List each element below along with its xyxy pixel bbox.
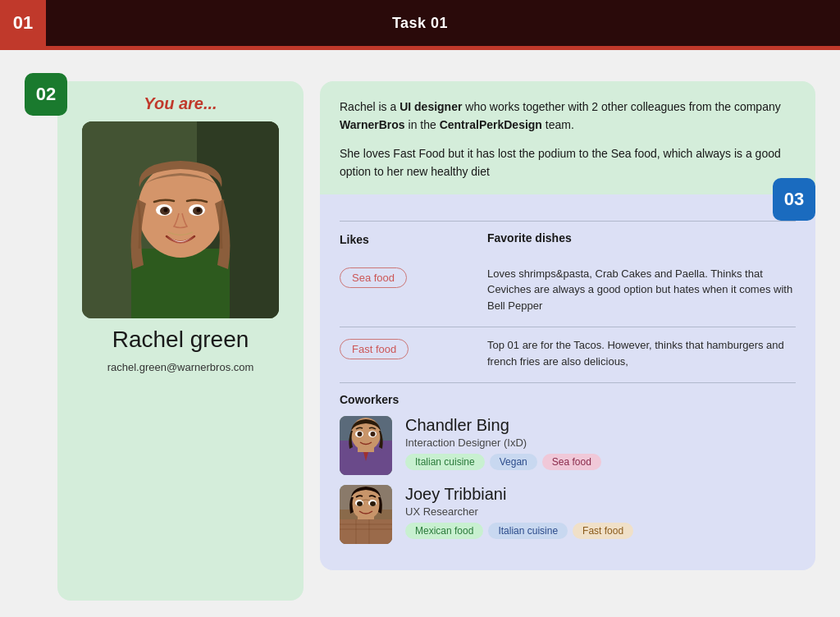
svg-rect-28 [340,519,392,544]
top-bar-title: Task 01 [392,15,448,32]
food-row-seafood: Sea food Loves shrimps&pasta, Crab Cakes… [340,266,796,314]
joey-tag-mexican: Mexican food [405,523,483,539]
joey-avatar [340,485,392,544]
svg-point-26 [357,501,363,506]
main-content: 02 You are... [0,50,840,617]
joey-avatar-svg [340,485,392,544]
chandler-avatar [340,416,392,475]
joey-tag-fastfood: Fast food [573,523,633,539]
joey-tag-italian: Italian cuisine [488,523,568,539]
left-card: You are... [57,81,304,601]
chandler-role: Interaction Designer (IxD) [405,436,796,449]
description-line2: She loves Fast Food but it has lost the … [340,144,796,181]
fastfood-description: Top 01 are for the Tacos. However, think… [487,337,796,369]
joey-tags: Mexican food Italian cuisine Fast food [405,523,796,539]
right-panel: Rachel is a UI designer who works togeth… [320,81,815,601]
joey-info: Joey Tribbiani UX Researcher Mexican foo… [405,485,796,539]
fastfood-tag: Fast food [340,339,409,359]
top-divider [340,221,796,222]
chandler-info: Chandler Bing Interaction Designer (IxD)… [405,416,796,470]
task-number-badge: 01 [0,0,46,46]
chandler-name: Chandler Bing [405,416,796,435]
favorites-header: Favorite dishes [487,231,572,246]
coworkers-label: Coworkers [340,393,796,406]
badge-03: 03 [773,178,815,221]
likes-header: Likes [340,231,487,246]
badge-02: 02 [25,73,67,116]
person-name: Rachel green [112,327,249,353]
seafood-tag: Sea food [340,267,407,288]
svg-point-18 [358,432,363,436]
joey-role: UX Researcher [405,505,796,518]
chandler-tag-seafood: Sea food [542,454,601,470]
description-box: Rachel is a UI designer who works togeth… [320,81,815,194]
fastfood-tag-cell: Fast food [340,337,487,366]
description-line1: Rachel is a UI designer who works togeth… [340,98,796,135]
svg-point-19 [371,432,376,436]
person-email: rachel.green@warnerbros.com [107,361,254,373]
mid-divider [340,327,796,327]
svg-point-27 [370,501,376,506]
bottom-divider [340,382,796,383]
coworkers-section: Coworkers [340,393,796,544]
coworker-card-joey: Joey Tribbiani UX Researcher Mexican foo… [340,485,796,544]
you-are-label: You are... [144,94,217,113]
chandler-tag-italian: Italian cuisine [405,454,485,470]
svg-rect-3 [131,249,230,318]
coworker-card-chandler: Chandler Bing Interaction Designer (IxD)… [340,416,796,475]
rachel-avatar [82,121,279,318]
chandler-tag-vegan: Vegan [490,454,537,470]
chandler-tags: Italian cuisine Vegan Sea food [405,454,796,470]
seafood-description: Loves shrimps&pasta, Crab Cakes and Pael… [487,266,796,314]
svg-point-10 [164,208,168,213]
top-bar: 01 Task 01 [0,0,840,46]
chandler-avatar-svg [340,416,392,475]
seafood-tag-cell: Sea food [340,266,487,295]
food-row-fastfood: Fast food Top 01 are for the Tacos. Howe… [340,337,796,369]
joey-name: Joey Tribbiani [405,485,796,504]
svg-point-11 [197,208,201,213]
avatar-wrapper [82,121,279,318]
info-box: 03 Likes Favorite dishes Sea food Loves … [320,194,815,571]
